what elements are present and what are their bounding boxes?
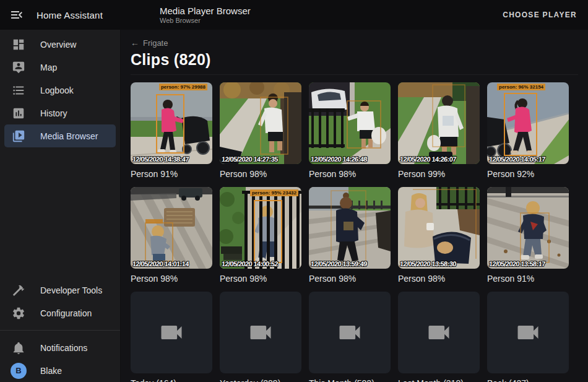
clip-thumbnail: 12/05/2020 13:59:49 bbox=[309, 187, 391, 269]
clip-timestamp-overlay: 12/05/2020 14:01:14 bbox=[132, 260, 189, 267]
clip-scene-image bbox=[131, 82, 212, 164]
clip-tile[interactable]: 12/05/2020 14:26:07 Person 99% bbox=[398, 82, 480, 179]
clip-timestamp-overlay: 12/05/2020 14:26:48 bbox=[311, 155, 368, 163]
detection-label: person: 96% 32154 bbox=[497, 84, 545, 90]
folder-tile-yesterday[interactable]: Yesterday (209) bbox=[220, 292, 301, 382]
home-assistant-app: Home Assistant Media Player Browser Web … bbox=[0, 0, 588, 382]
folder-tile-last-month[interactable]: Last Month (318) bbox=[398, 292, 480, 382]
folder-thumbnail bbox=[131, 292, 212, 373]
clip-tile[interactable]: 12/05/2020 13:59:49 Person 98% bbox=[309, 187, 391, 284]
clip-timestamp-overlay: 12/05/2020 14:26:07 bbox=[400, 155, 457, 163]
sidebar-item-logbook[interactable]: Logbook bbox=[4, 79, 116, 102]
clip-scene-image bbox=[131, 187, 212, 269]
clip-tile[interactable]: 12/05/2020 13:58:30 Person 98% bbox=[398, 187, 480, 284]
clips-grid: person: 97% 29988 12/05/2020 14:38:47 Pe… bbox=[131, 82, 578, 382]
media-browser-panel: ← Frigate Clips (820) bbox=[121, 30, 588, 382]
folder-thumbnail bbox=[309, 292, 391, 373]
bell-icon bbox=[12, 341, 25, 355]
folder-thumbnail bbox=[398, 292, 480, 373]
video-camera-icon bbox=[158, 319, 185, 346]
app-title: Home Assistant bbox=[37, 10, 103, 20]
sidebar-item-media-browser[interactable]: Media Browser bbox=[4, 124, 116, 147]
sidebar-item-label: Logbook bbox=[40, 85, 74, 95]
clip-tile[interactable]: 12/05/2020 14:26:48 Person 98% bbox=[309, 82, 391, 179]
user-name: Blake bbox=[40, 366, 62, 376]
sidebar-item-user-profile[interactable]: B Blake bbox=[4, 359, 116, 382]
clip-thumbnail: 12/05/2020 13:58:30 bbox=[398, 187, 480, 269]
clip-thumbnail: 12/05/2020 14:26:48 bbox=[309, 82, 391, 164]
sidebar-item-label: Developer Tools bbox=[40, 285, 102, 295]
topbar-left: Home Assistant bbox=[0, 7, 121, 22]
view-dashboard-icon bbox=[12, 38, 25, 51]
clip-scene-image bbox=[309, 187, 391, 269]
list-bulleted-icon bbox=[12, 84, 25, 97]
clip-caption: Person 98% bbox=[309, 274, 391, 284]
clip-timestamp-overlay: 12/05/2020 13:58:30 bbox=[400, 260, 457, 267]
clip-tile[interactable]: 12/05/2020 14:01:14 Person 98% bbox=[131, 187, 212, 284]
sidebar: Overview Map Logbook History bbox=[0, 30, 121, 382]
clip-caption: Person 92% bbox=[487, 169, 569, 179]
sidebar-item-map[interactable]: Map bbox=[4, 56, 116, 79]
clip-timestamp-overlay: 12/05/2020 14:00:52 bbox=[222, 260, 279, 267]
page-title: Media Player Browser bbox=[160, 6, 251, 16]
clip-timestamp-overlay: 12/05/2020 13:59:49 bbox=[311, 260, 368, 267]
sidebar-item-label: History bbox=[40, 108, 67, 118]
sidebar-item-history[interactable]: History bbox=[4, 102, 116, 124]
folder-thumbnail bbox=[220, 292, 301, 373]
clip-scene-image bbox=[309, 82, 391, 164]
folder-tile-back[interactable]: Back (427) bbox=[487, 292, 569, 382]
back-breadcrumb[interactable]: ← Frigate bbox=[131, 38, 168, 48]
sidebar-item-label: Overview bbox=[40, 40, 76, 50]
clip-timestamp-overlay: 12/05/2020 13:58:17 bbox=[489, 260, 546, 267]
folder-label: This Month (502) bbox=[309, 378, 391, 382]
clip-caption: Person 98% bbox=[131, 274, 212, 284]
video-camera-icon bbox=[336, 319, 363, 346]
clip-tile[interactable]: 12/05/2020 14:27:35 Person 98% bbox=[220, 82, 301, 179]
back-arrow-icon: ← bbox=[131, 38, 139, 48]
sidebar-item-configuration[interactable]: Configuration bbox=[4, 302, 116, 324]
detection-label: person: 97% 29988 bbox=[159, 84, 207, 90]
sidebar-item-developer-tools[interactable]: Developer Tools bbox=[4, 279, 116, 302]
sidebar-item-label: Map bbox=[40, 63, 57, 72]
video-camera-icon bbox=[247, 319, 274, 346]
sidebar-spacer bbox=[0, 147, 120, 279]
page-heading: Clips (820) bbox=[131, 51, 578, 75]
folder-thumbnail bbox=[487, 292, 569, 373]
clip-thumbnail: person: 97% 29988 12/05/2020 14:38:47 bbox=[131, 82, 212, 164]
clip-scene-image bbox=[220, 82, 301, 164]
folder-tile-today[interactable]: Today (164) bbox=[131, 292, 212, 382]
clip-tile[interactable]: 12/05/2020 13:58:17 Person 91% bbox=[487, 187, 569, 284]
folder-tile-this-month[interactable]: This Month (502) bbox=[309, 292, 391, 382]
choose-player-button[interactable]: CHOOSE PLAYER bbox=[503, 11, 577, 19]
page-title-block: Media Player Browser Web Browser bbox=[160, 6, 251, 25]
clip-scene-image bbox=[220, 187, 301, 269]
clip-caption: Person 99% bbox=[398, 169, 480, 179]
sidebar-item-notifications[interactable]: Notifications bbox=[4, 336, 116, 359]
sidebar-item-overview[interactable]: Overview bbox=[4, 33, 116, 56]
clip-thumbnail: 12/05/2020 13:58:17 bbox=[487, 187, 569, 269]
clip-scene-image bbox=[398, 187, 480, 269]
clip-timestamp-overlay: 12/05/2020 14:27:35 bbox=[222, 155, 279, 163]
clip-scene-image bbox=[398, 82, 480, 164]
page-subtitle: Web Browser bbox=[160, 17, 251, 25]
video-camera-icon bbox=[425, 319, 452, 346]
clip-tile[interactable]: person: 97% 29988 12/05/2020 14:38:47 Pe… bbox=[131, 82, 212, 179]
clip-thumbnail: 12/05/2020 14:01:14 bbox=[131, 187, 212, 269]
map-account-icon bbox=[12, 61, 25, 74]
avatar: B bbox=[11, 363, 27, 379]
gear-icon bbox=[12, 306, 25, 320]
clip-thumbnail: person: 95% 23432 12/05/2020 14:00:52 bbox=[220, 187, 301, 269]
clip-caption: Person 98% bbox=[220, 169, 301, 179]
clip-scene-image bbox=[487, 187, 569, 269]
clip-caption: Person 91% bbox=[487, 274, 569, 284]
hammer-icon bbox=[12, 284, 25, 297]
sidebar-toggle-icon[interactable] bbox=[9, 7, 24, 22]
clip-tile[interactable]: person: 95% 23432 12/05/2020 14:00:52 Pe… bbox=[220, 187, 301, 284]
chart-box-icon bbox=[12, 106, 25, 120]
folder-label: Yesterday (209) bbox=[220, 378, 301, 382]
video-camera-icon bbox=[514, 319, 542, 346]
clip-timestamp-overlay: 12/05/2020 14:38:47 bbox=[132, 155, 189, 163]
clip-caption: Person 98% bbox=[309, 169, 391, 179]
clip-scene-image bbox=[487, 82, 569, 164]
clip-tile[interactable]: person: 96% 32154 12/05/2020 14:05:17 Pe… bbox=[487, 82, 569, 179]
